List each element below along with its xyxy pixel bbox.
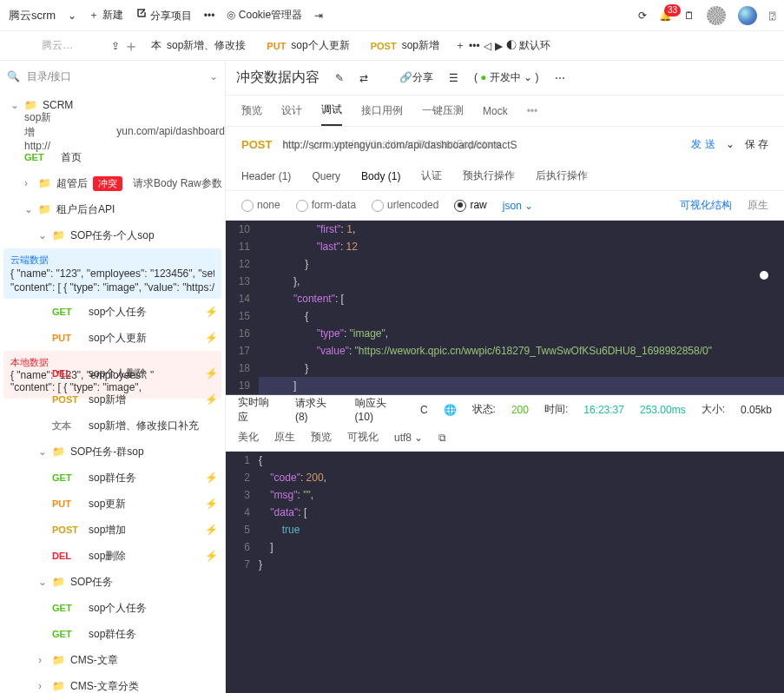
cookie-manager-button[interactable]: ◎ Cookie管理器 — [227, 8, 302, 23]
tree-item[interactable]: sop新增 http://yun.com/api/dashboard — [0, 118, 225, 144]
breakpoint-icon — [760, 271, 768, 280]
tab-mock[interactable]: Mock — [483, 98, 508, 124]
request-body-editor[interactable]: 10 "first": 1,11 "last": 1212 }13 },14 "… — [226, 221, 784, 394]
sync-icon[interactable]: ⟳ — [638, 10, 647, 22]
tab-body[interactable]: Body (1) — [361, 170, 400, 182]
add-tab-button[interactable]: ＋ — [123, 36, 139, 56]
share-button[interactable]: 分享项目 — [135, 7, 192, 23]
next-icon[interactable]: ▶ — [495, 40, 503, 52]
save-button[interactable]: 保 存 — [745, 137, 768, 152]
chevron-down-icon[interactable]: ⌄ — [68, 10, 76, 22]
tree-group[interactable]: ⌄📁 SOP任务-群sop — [0, 439, 225, 465]
radio-urlencoded[interactable]: urlencoded — [372, 199, 438, 212]
list-icon[interactable]: ☰ — [449, 72, 458, 84]
globe-icon[interactable] — [738, 6, 757, 25]
chevron-down-icon[interactable]: ⌄ — [726, 138, 735, 150]
sidebar: 🔍 目录/接口 ⌄ ⌄📁 SCRM sop新增 http://yun.com/a… — [0, 61, 226, 693]
new-button[interactable]: ＋ 新建 — [89, 8, 122, 23]
bolt-icon: ⚡ — [205, 550, 218, 562]
env-badge[interactable]: ( ● 开发中 ⌄ ) — [474, 70, 539, 85]
visual-button[interactable]: 可视化 — [347, 430, 379, 445]
send-button[interactable]: 发 送 — [691, 137, 715, 152]
req-headers-tab[interactable]: 请求头(8) — [295, 396, 339, 423]
tree-item[interactable]: PUTsop个人更新⚡ — [0, 325, 225, 351]
tree-item[interactable]: GETsop群任务 — [0, 621, 225, 647]
tab-auth[interactable]: 认证 — [421, 168, 442, 183]
chevron-down-icon[interactable]: ⌄ — [209, 70, 218, 82]
note-icon[interactable]: 🗒 — [684, 10, 695, 22]
tree-item[interactable]: GETsop群任务⚡ — [0, 465, 225, 491]
encoding-select[interactable]: utf8 ⌄ — [394, 432, 423, 444]
more-icon[interactable]: ••• — [469, 40, 480, 52]
tree-group[interactable]: ›📁 超管后 冲突 请求Body Raw参数 — [0, 170, 225, 196]
tree-item[interactable]: GETsop个人任务 — [0, 595, 225, 621]
radio-formdata[interactable]: form-data — [296, 199, 356, 212]
status-code: 200 — [511, 404, 529, 416]
url-input[interactable]: http:// yun.com/api/dashboard/contactSop… — [282, 138, 681, 151]
bell-icon[interactable]: 🔔 — [659, 10, 672, 22]
share-button[interactable]: 🔗分享 — [399, 70, 433, 85]
resp-headers-tab[interactable]: 响应头(10) — [355, 396, 405, 423]
add-icon[interactable]: ＋ — [455, 38, 465, 53]
search-input[interactable]: 目录/接口 — [27, 69, 202, 84]
raw-button[interactable]: 原生 — [274, 430, 295, 445]
cloud-data-box: 云端数据 { "name": "123", "employees": "1234… — [3, 248, 221, 299]
tree-group[interactable]: ⌄📁 SOP任务-个人sop — [0, 222, 225, 248]
workspace-name[interactable]: 腾云scrm — [9, 8, 56, 23]
realtime-label[interactable]: 实时响应 — [238, 395, 280, 425]
json-select[interactable]: json ⌄ — [503, 200, 533, 212]
tree-item[interactable]: DELsop删除⚡ — [0, 543, 225, 569]
beautify-button[interactable]: 美化 — [238, 430, 259, 445]
visual-struct-link[interactable]: 可视化结构 — [680, 198, 732, 213]
tab-item[interactable]: 本 sop新增、修改接 — [142, 35, 254, 56]
tree-group[interactable]: ⌄📁 SOP任务 — [0, 569, 225, 595]
app-topbar: 腾云scrm ⌄ ＋ 新建 分享项目 ••• ◎ Cookie管理器 ⇥ ⟳ 🔔… — [0, 0, 784, 31]
cookie-tab[interactable]: C — [420, 404, 428, 416]
env-indicator[interactable]: ◐ 默认环 — [506, 38, 550, 53]
search-icon[interactable]: 🔍 — [7, 70, 20, 82]
response-tools: 美化 原生 预览 可视化 utf8 ⌄ ⧉ — [226, 424, 784, 452]
radio-raw[interactable]: raw — [454, 199, 486, 212]
tab-postscript[interactable]: 后执行操作 — [536, 168, 588, 183]
toggle-icon[interactable]: ⇄ — [359, 72, 368, 84]
tab-design[interactable]: 设计 — [281, 96, 302, 125]
tree-item[interactable]: PUTsop更新⚡ — [0, 491, 225, 517]
radio-none[interactable]: none — [241, 199, 280, 212]
copy-icon[interactable]: ⧉ — [438, 432, 446, 444]
method-select[interactable]: POST — [241, 138, 272, 151]
more-icon[interactable]: ••• — [204, 10, 215, 22]
tree-group[interactable]: ›📁 CMS-文章分类 — [0, 673, 225, 693]
tab-item[interactable]: POSTsop新增 — [362, 35, 448, 56]
tree-item[interactable]: 文本sop新增、修改接口补充 — [0, 412, 225, 439]
user-icon[interactable]: ⍰ — [769, 10, 775, 22]
toggle-panel-icon[interactable]: ⇥ — [314, 10, 323, 22]
avatar[interactable] — [707, 6, 726, 25]
response-body-viewer[interactable]: 1{2 "code": 200,3 "msg": "",4 "data": [5… — [226, 452, 784, 693]
tab-prescript[interactable]: 预执行操作 — [463, 168, 515, 183]
tree-group[interactable]: ⌄📁 租户后台API — [0, 196, 225, 222]
tree-item[interactable]: GETsop个人任务⚡ — [0, 299, 225, 325]
size-value: 0.05kb — [741, 404, 772, 416]
tree-group[interactable]: ›📁 CMS-文章 — [0, 647, 225, 673]
tab-query[interactable]: Query — [312, 170, 340, 182]
prev-icon[interactable]: ◁ — [484, 40, 491, 52]
tree-item[interactable]: POSTsop增加⚡ — [0, 517, 225, 543]
bolt-icon: ⚡ — [205, 472, 218, 484]
more-icon[interactable]: ••• — [527, 105, 538, 117]
more-icon[interactable]: ⋯ — [555, 72, 565, 84]
bolt-icon: ⚡ — [205, 498, 218, 510]
tab-item[interactable]: PUTsop个人更新 — [258, 35, 358, 56]
time-value: 16:23:37 — [583, 404, 624, 416]
upload-icon[interactable]: ⇪ — [111, 40, 120, 52]
content-panel: 冲突数据内容 ✎ ⇄ 🔗分享 ☰ ( ● 开发中 ⌄ ) ⋯ 预览 设计 调试 … — [226, 61, 784, 693]
response-header: 实时响应 请求头(8) 响应头(10) C 🌐 状态: 200 时间: 16:2… — [226, 394, 784, 424]
preview-button[interactable]: 预览 — [311, 430, 332, 445]
tab-cases[interactable]: 接口用例 — [361, 96, 403, 125]
tab-stress[interactable]: 一键压测 — [422, 96, 464, 125]
duration-value: 253.00ms — [640, 404, 686, 416]
raw-label[interactable]: 原生 — [748, 198, 768, 213]
edit-icon[interactable]: ✎ — [335, 72, 344, 84]
tab-header[interactable]: Header (1) — [241, 170, 291, 182]
tab-preview[interactable]: 预览 — [241, 96, 262, 125]
tab-debug[interactable]: 调试 — [321, 96, 342, 126]
